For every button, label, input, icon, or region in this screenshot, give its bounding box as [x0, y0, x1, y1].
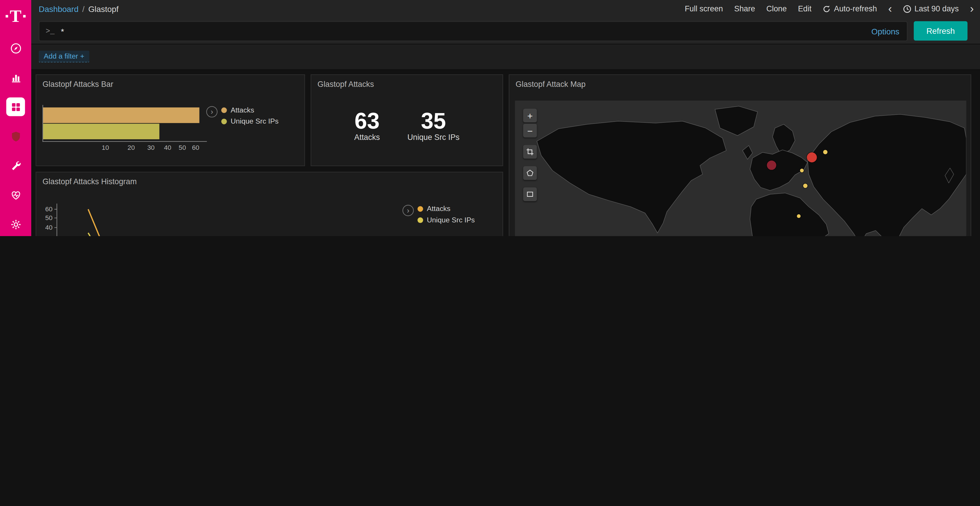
panel-title: Glastopf Attacks: [311, 75, 503, 89]
time-forward-button[interactable]: ›: [970, 5, 974, 13]
sidebar-item-management[interactable]: [6, 215, 25, 233]
legend-toggle-icon[interactable]: ›: [206, 106, 218, 117]
horizontal-bar-chart[interactable]: 102030405060: [43, 105, 207, 142]
svg-text:40: 40: [45, 224, 52, 231]
time-back-button[interactable]: ‹: [888, 5, 892, 13]
sidebar-item-dev-tools[interactable]: [6, 156, 25, 175]
svg-text:60: 60: [45, 206, 52, 213]
query-prompt-icon: >_: [46, 27, 54, 36]
panel-glastopf-attacks-bar: Glastopf Attacks Bar 102030405060 ›Attac…: [36, 75, 305, 166]
metric-value: 63: [355, 109, 380, 133]
time-range-button[interactable]: Last 90 days: [903, 5, 959, 13]
panel-glastopf-attacks-histogram: Glastopf Attacks Histogram 0102030405060…: [36, 172, 503, 236]
app-nav: [6, 39, 25, 234]
dashboard-actions: Full screen Share Clone Edit Auto-refres…: [685, 5, 974, 13]
sidebar-item-dashboard[interactable]: [6, 97, 25, 116]
query-options-button[interactable]: Options: [872, 27, 899, 36]
legend-color-dot: [417, 217, 423, 223]
legend-item-unique-src-ips[interactable]: Unique Src IPs: [221, 117, 279, 125]
bar-unique-src-ips[interactable]: [43, 124, 159, 139]
attack-location-marker[interactable]: [807, 152, 817, 162]
metric-label: Unique Src IPs: [407, 133, 460, 142]
breadcrumb-separator: /: [82, 4, 84, 13]
filter-bar: Add a filter +: [31, 44, 980, 70]
sidebar-item-visualize[interactable]: [6, 68, 25, 87]
clone-button[interactable]: Clone: [766, 5, 787, 13]
map-toolbar: + −: [523, 109, 537, 201]
metric-visualization: 63 Attacks 35 Unique Src IPs: [311, 109, 503, 142]
rectangle-icon: [526, 190, 535, 198]
breadcrumb-dashboard[interactable]: Dashboard: [39, 4, 78, 13]
add-filter-button[interactable]: Add a filter +: [39, 51, 89, 63]
panel-title: Glastopf Attacks Histogram: [36, 172, 503, 186]
metric-label: Attacks: [355, 133, 380, 142]
metric-attacks: 63 Attacks: [355, 109, 380, 142]
top-navigation-bar: Dashboard / Glastopf Full screen Share C…: [31, 0, 980, 17]
compass-icon: [10, 42, 22, 54]
chart-legend: ›AttacksUnique Src IPs: [206, 106, 278, 125]
legend-toggle-icon[interactable]: ›: [402, 205, 414, 216]
legend-item-attacks[interactable]: Attacks: [221, 106, 279, 114]
polygon-icon: [526, 169, 535, 178]
panel-title: Glastopf Attacks Bar: [36, 75, 304, 89]
x-axis-tick: 10: [102, 144, 109, 151]
query-bar: >_ * Options Refresh: [31, 17, 980, 44]
refresh-button[interactable]: Refresh: [914, 21, 967, 41]
draw-rectangle-button[interactable]: [523, 187, 537, 201]
crop-icon: [526, 148, 535, 156]
bar-attacks[interactable]: [43, 108, 199, 123]
legend-item-unique-src-ips[interactable]: Unique Src IPs: [417, 216, 475, 224]
heartbeat-icon: [10, 189, 22, 201]
attack-location-marker[interactable]: [800, 168, 804, 172]
share-button[interactable]: Share: [734, 5, 755, 13]
query-text: *: [61, 27, 64, 36]
legend-item-attacks[interactable]: Attacks: [417, 205, 475, 213]
full-screen-button[interactable]: Full screen: [685, 5, 723, 13]
fit-bounds-button[interactable]: [523, 145, 537, 159]
shield-icon: [10, 130, 22, 142]
x-axis-tick: 60: [192, 144, 199, 151]
svg-text:50: 50: [45, 214, 52, 222]
legend-color-dot: [221, 107, 227, 113]
metric-unique-src-ips: 35 Unique Src IPs: [407, 109, 460, 142]
wrench-icon: [10, 160, 22, 172]
clock-icon: [903, 5, 912, 13]
breadcrumb: Dashboard / Glastopf: [39, 4, 119, 13]
legend-color-dot: [221, 118, 227, 124]
sidebar-item-security[interactable]: [6, 127, 25, 146]
app-sidebar: T: [0, 0, 31, 236]
x-axis-tick: 30: [147, 144, 154, 151]
x-axis-tick: 40: [164, 144, 171, 151]
edit-button[interactable]: Edit: [798, 5, 811, 13]
x-axis-tick: 20: [127, 144, 135, 151]
x-axis-tick: 50: [179, 144, 186, 151]
sidebar-item-discover[interactable]: [6, 39, 25, 57]
chart-legend: ›AttacksUnique Src IPs: [402, 205, 475, 224]
zoom-out-button[interactable]: −: [523, 124, 537, 137]
logo-dot: [6, 15, 8, 17]
search-query-input[interactable]: >_ * Options: [39, 21, 908, 41]
panel-glastopf-attack-map: Glastopf Attack Map: [509, 75, 971, 236]
logo-letter: T: [10, 8, 22, 25]
attack-location-marker[interactable]: [803, 184, 807, 188]
panel-glastopf-attacks-metric: Glastopf Attacks 63 Attacks 35 Unique Sr…: [310, 75, 503, 166]
svg-text:30: 30: [45, 235, 52, 236]
dashboard-icon: [10, 101, 22, 113]
refresh-cycle-icon: [823, 5, 831, 13]
telekom-logo[interactable]: T: [6, 8, 26, 25]
breadcrumb-current: Glastopf: [88, 4, 119, 13]
world-attack-map[interactable]: + − Count 1 – 7.67.6 – 14.214.2 – 20.820…: [515, 101, 966, 236]
auto-refresh-button[interactable]: Auto-refresh: [823, 5, 877, 13]
sidebar-item-monitoring[interactable]: [6, 186, 25, 204]
metric-value: 35: [407, 109, 460, 133]
bar-chart-icon: [10, 71, 22, 83]
legend-color-dot: [417, 206, 423, 211]
draw-polygon-button[interactable]: [523, 166, 537, 180]
gear-icon: [10, 218, 22, 230]
logo-dot: [23, 15, 26, 17]
kibana-dashboard-page: T: [0, 0, 980, 236]
zoom-in-button[interactable]: +: [523, 109, 537, 122]
panel-title: Glastopf Attack Map: [509, 75, 970, 89]
world-map-graphic: [515, 101, 966, 236]
